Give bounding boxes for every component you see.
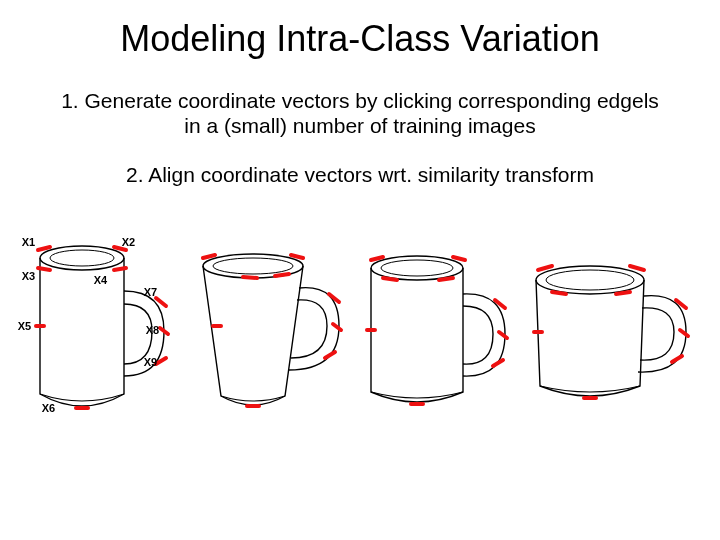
svg-point-12 — [213, 258, 293, 274]
svg-line-31 — [499, 332, 507, 338]
svg-line-20 — [333, 324, 341, 330]
svg-point-1 — [50, 250, 114, 266]
svg-line-24 — [371, 257, 383, 260]
label-x4: X4 — [94, 274, 107, 286]
label-x2: X2 — [122, 236, 135, 248]
svg-line-30 — [495, 300, 505, 308]
svg-line-5 — [114, 268, 126, 270]
svg-line-26 — [383, 278, 397, 280]
label-x1: X1 — [22, 236, 35, 248]
svg-line-43 — [672, 356, 682, 362]
mug-3 — [359, 246, 519, 430]
svg-line-9 — [160, 328, 168, 334]
svg-point-23 — [381, 260, 453, 276]
svg-line-4 — [38, 268, 50, 270]
label-x6: X6 — [42, 402, 55, 414]
step-1-line-2: in a (small) number of training images — [184, 114, 535, 137]
svg-line-14 — [291, 255, 303, 258]
mug-2 — [191, 246, 351, 430]
svg-line-2 — [38, 247, 50, 250]
mug-3-svg — [359, 246, 519, 426]
label-x5: X5 — [18, 320, 31, 332]
slide-title: Modeling Intra-Class Variation — [0, 0, 720, 60]
svg-line-15 — [243, 277, 257, 278]
svg-line-36 — [630, 266, 644, 270]
mug-2-svg — [191, 246, 351, 426]
mug-1-svg — [24, 236, 184, 426]
mug-4-svg — [526, 256, 696, 426]
label-x7: X7 — [144, 286, 157, 298]
svg-line-25 — [453, 257, 465, 260]
svg-line-21 — [325, 352, 335, 358]
mug-4 — [526, 256, 696, 430]
svg-line-16 — [275, 274, 289, 276]
step-2-text: 2. Align coordinate vectors wrt. similar… — [0, 162, 720, 187]
mug-1: X1 X2 X3 X4 X5 X6 X7 X8 X9 — [24, 236, 184, 430]
svg-line-35 — [538, 266, 552, 270]
svg-line-32 — [493, 360, 503, 366]
svg-line-37 — [552, 292, 566, 294]
svg-line-27 — [439, 278, 453, 280]
svg-line-38 — [616, 292, 630, 294]
step-1-text: 1. Generate coordinate vectors by clicki… — [0, 88, 720, 138]
svg-line-13 — [203, 255, 215, 258]
label-x8: X8 — [146, 324, 159, 336]
svg-point-34 — [546, 270, 634, 290]
svg-line-42 — [680, 330, 688, 336]
mug-illustrations-row: X1 X2 X3 X4 X5 X6 X7 X8 X9 — [0, 236, 720, 430]
label-x9: X9 — [144, 356, 157, 368]
label-x3: X3 — [22, 270, 35, 282]
step-1-line-1: 1. Generate coordinate vectors by clicki… — [61, 89, 659, 112]
